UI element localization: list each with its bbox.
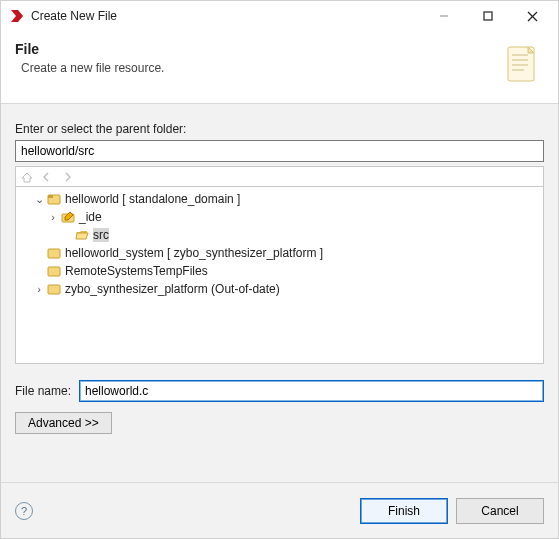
maximize-button[interactable] [466,2,510,30]
back-icon[interactable] [39,169,55,185]
expand-toggle-icon[interactable]: ⌄ [32,193,46,206]
svg-rect-13 [48,267,60,276]
tree-item-src[interactable]: src [18,226,541,244]
advanced-button[interactable]: Advanced >> [15,412,112,434]
close-button[interactable] [510,2,554,30]
dialog-header: File Create a new file resource. [1,31,558,104]
forward-icon[interactable] [59,169,75,185]
svg-rect-1 [484,12,492,20]
expand-toggle-icon[interactable]: › [32,283,46,295]
svg-rect-14 [48,285,60,294]
folder-edit-icon [60,209,76,225]
page-title: File [15,41,500,57]
filename-input[interactable] [79,380,544,402]
project-icon [46,245,62,261]
tree-item-helloworld[interactable]: ⌄ helloworld [ standalone_domain ] [18,190,541,208]
finish-button[interactable]: Finish [360,498,448,524]
app-icon [9,8,25,24]
folder-tree[interactable]: ⌄ helloworld [ standalone_domain ] › _id… [15,186,544,364]
dialog-footer: ? Finish Cancel [1,482,558,538]
tree-item-zybo-platform[interactable]: › zybo_synthesizer_platform (Out-of-date… [18,280,541,298]
page-subtitle: Create a new file resource. [21,61,500,75]
tree-item-label: zybo_synthesizer_platform (Out-of-date) [65,282,280,296]
dialog-body: Enter or select the parent folder: ⌄ hel… [1,104,558,482]
project-icon [46,263,62,279]
project-icon [46,281,62,297]
titlebar: Create New File [1,1,558,31]
new-file-banner-icon [500,41,544,89]
svg-rect-10 [48,195,53,198]
tree-item-ide[interactable]: › _ide [18,208,541,226]
expand-toggle-icon[interactable]: › [46,211,60,223]
parent-folder-label: Enter or select the parent folder: [15,122,544,136]
tree-item-remote-temp[interactable]: RemoteSystemsTempFiles [18,262,541,280]
svg-rect-12 [48,249,60,258]
tree-toolbar [15,166,544,186]
cancel-button[interactable]: Cancel [456,498,544,524]
tree-item-label: src [93,228,109,242]
help-icon[interactable]: ? [15,502,33,520]
tree-item-label: _ide [79,210,102,224]
tree-item-label: helloworld [ standalone_domain ] [65,192,240,206]
filename-label: File name: [15,384,79,398]
parent-folder-input[interactable] [15,140,544,162]
tree-item-label: RemoteSystemsTempFiles [65,264,208,278]
home-icon[interactable] [19,169,35,185]
project-icon [46,191,62,207]
tree-item-label: helloworld_system [ zybo_synthesizer_pla… [65,246,323,260]
window-title: Create New File [31,9,422,23]
folder-open-icon [74,227,90,243]
tree-item-helloworld-system[interactable]: helloworld_system [ zybo_synthesizer_pla… [18,244,541,262]
minimize-button[interactable] [422,2,466,30]
